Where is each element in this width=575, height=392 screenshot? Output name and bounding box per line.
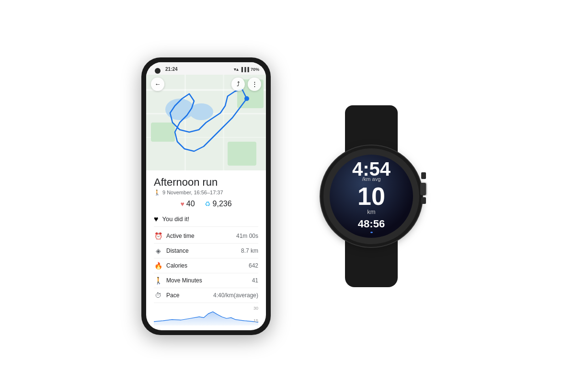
watch-device: 4:54 /km avg 10 km 48:56 (309, 105, 434, 287)
watch-dot (370, 232, 373, 233)
toolbar-right: ⤴ ⋮ (231, 78, 261, 91)
steps-value: 9,236 (213, 200, 232, 208)
stat-left-calories: 🔥 Calories (154, 262, 187, 269)
move-minutes-label: Move Minutes (166, 277, 202, 284)
calories-value: 642 (249, 262, 258, 269)
stat-row-calories: 🔥 Calories 642 (154, 258, 258, 273)
pace-icon: ⏱ (154, 291, 162, 299)
map-toolbar: ← ⤴ ⋮ (146, 75, 266, 94)
achievement-icon: ♥ (154, 215, 159, 224)
points-row: ♥ 40 ♻ 9,236 (154, 200, 258, 208)
back-button[interactable]: ← (151, 78, 164, 91)
heart-points: ♥ 40 (180, 200, 195, 208)
move-icon: 🚶 (154, 277, 162, 284)
chart-label-bottom: 15 (253, 318, 258, 323)
stat-row-pace: ⏱ Pace 4:40/km(average) (154, 288, 258, 303)
mini-chart: 30 15 (154, 306, 258, 325)
watch-crown[interactable] (420, 183, 426, 195)
watch-time: 48:56 (358, 218, 385, 230)
share-button[interactable]: ⤴ (231, 78, 245, 91)
more-icon: ⋮ (252, 80, 258, 88)
status-bar: 21:24 ▾▴ ▐▐▐ 70% (146, 62, 266, 75)
active-time-row: ⏰ Active time 41m 00s (154, 229, 258, 244)
stats-section: ◈ Distance 8.7 km 🔥 Calories 642 (154, 244, 258, 303)
activity-date: 🚶 9 November, 16:56–17:37 (154, 190, 258, 196)
more-button[interactable]: ⋮ (248, 78, 261, 91)
distance-value: 8.7 km (241, 247, 258, 254)
watch-button-bottom[interactable] (421, 197, 426, 204)
step-points: ♻ 9,236 (205, 200, 232, 208)
watch-case: 4:54 /km avg 10 km 48:56 (323, 148, 419, 244)
phone-device: 21:24 ▾▴ ▐▐▐ 70% (141, 57, 271, 335)
chart-label-top: 30 (253, 306, 258, 311)
pace-value: 4:40/km(average) (213, 292, 258, 299)
chart-svg (154, 306, 258, 325)
calories-label: Calories (166, 262, 187, 269)
steps-icon: ♻ (205, 200, 211, 208)
share-icon: ⤴ (237, 80, 240, 88)
activity-title: Afternoon run (154, 176, 258, 189)
stat-left-move: 🚶 Move Minutes (154, 277, 202, 284)
date-text: 9 November, 16:56–17:37 (162, 190, 223, 195)
scroll-content: Afternoon run 🚶 9 November, 16:56–17:37 … (146, 170, 266, 330)
pace-label: Pace (166, 292, 179, 299)
active-time-value: 41m 00s (236, 233, 258, 239)
status-icons: ▾▴ ▐▐▐ 70% (234, 67, 259, 72)
battery-label: 70% (251, 67, 259, 72)
achievement-row: ♥ You did it! (154, 212, 258, 227)
watch-screen: 4:54 /km avg 10 km 48:56 (330, 155, 413, 238)
signal-icon: ▐▐▐ (240, 67, 249, 72)
wifi-icon: ▾▴ (234, 67, 239, 72)
phone-camera (155, 68, 161, 74)
status-time: 21:24 (165, 67, 178, 72)
active-time-icon: ⏰ (154, 232, 162, 240)
calories-icon: 🔥 (154, 262, 162, 269)
stat-row-move-minutes: 🚶 Move Minutes 41 (154, 273, 258, 288)
map-area: ← ⤴ ⋮ (146, 75, 266, 170)
svg-marker-1 (154, 312, 258, 325)
distance-label: Distance (166, 247, 189, 254)
date-icon: 🚶 (154, 190, 161, 196)
stat-row-distance: ◈ Distance 8.7 km (154, 244, 258, 258)
heart-icon: ♥ (180, 200, 184, 208)
heart-value: 40 (186, 200, 195, 208)
watch-button-top[interactable] (421, 172, 426, 179)
watch-distance: 10 (357, 184, 385, 209)
stat-left-distance: ◈ Distance (154, 247, 189, 255)
scene: 21:24 ▾▴ ▐▐▐ 70% (0, 0, 575, 392)
active-time-left: ⏰ Active time (154, 232, 195, 240)
phone-screen: 21:24 ▾▴ ▐▐▐ 70% (146, 62, 266, 330)
achievement-text: You did it! (162, 215, 190, 223)
svg-point-0 (244, 96, 249, 101)
active-time-label: Active time (166, 233, 195, 239)
back-icon: ← (155, 80, 161, 88)
stat-left-pace: ⏱ Pace (154, 291, 179, 299)
watch-pace: 4:54 (352, 159, 391, 179)
distance-icon: ◈ (154, 247, 162, 255)
move-minutes-value: 41 (252, 277, 258, 284)
